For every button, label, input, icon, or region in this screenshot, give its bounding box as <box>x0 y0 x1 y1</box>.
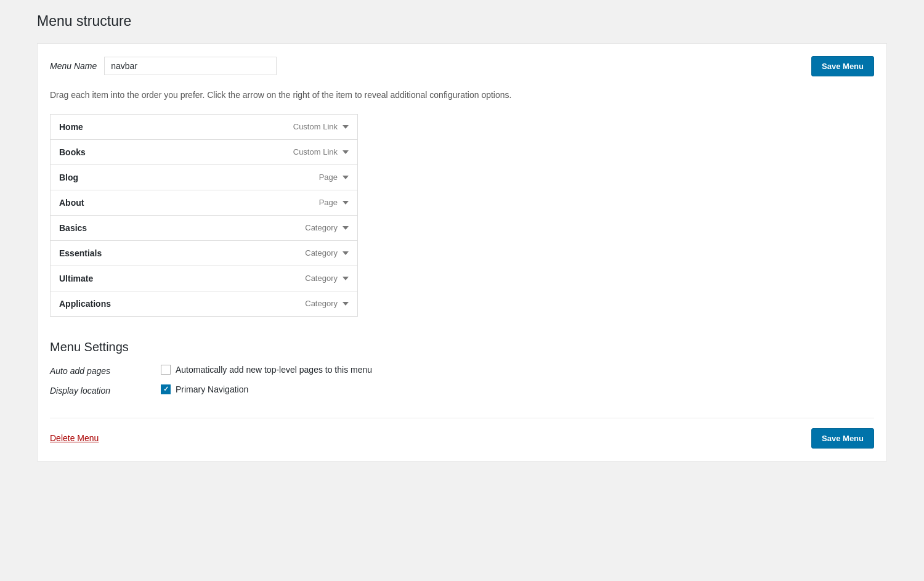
menu-item-right: Category <box>305 299 349 308</box>
menu-item-type: Category <box>305 274 338 283</box>
menu-item-right: Category <box>305 274 349 283</box>
chevron-down-icon[interactable] <box>342 150 349 154</box>
menu-item[interactable]: AboutPage <box>51 190 357 216</box>
chevron-down-icon[interactable] <box>342 226 349 230</box>
menu-item[interactable]: BasicsCategory <box>51 216 357 241</box>
save-menu-button-top[interactable]: Save Menu <box>811 56 874 76</box>
menu-item-type: Category <box>305 248 338 258</box>
save-menu-button-bottom[interactable]: Save Menu <box>811 428 874 449</box>
menu-item-right: Category <box>305 223 349 232</box>
menu-item-right: Custom Link <box>293 147 349 156</box>
page-title: Menu structure <box>37 12 887 31</box>
menu-item-name: Blog <box>59 173 78 182</box>
menu-item-right: Page <box>319 198 349 207</box>
menu-item[interactable]: EssentialsCategory <box>51 241 357 266</box>
menu-item[interactable]: BooksCustom Link <box>51 140 357 165</box>
chevron-down-icon[interactable] <box>342 251 349 255</box>
display-location-text: Primary Navigation <box>176 384 248 394</box>
drag-instruction: Drag each item into the order you prefer… <box>50 89 874 102</box>
chevron-down-icon[interactable] <box>342 277 349 280</box>
chevron-down-icon[interactable] <box>342 176 349 179</box>
auto-add-pages-row: Auto add pages Automatically add new top… <box>50 365 874 376</box>
menu-item-type: Custom Link <box>293 122 338 131</box>
chevron-down-icon[interactable] <box>342 201 349 205</box>
menu-name-input[interactable] <box>104 57 277 75</box>
page-container: Menu structure Menu Name Save Menu Drag … <box>37 12 887 461</box>
menu-item[interactable]: BlogPage <box>51 165 357 190</box>
chevron-down-icon[interactable] <box>342 302 349 306</box>
menu-item-right: Category <box>305 248 349 258</box>
auto-add-checkbox[interactable] <box>161 365 171 375</box>
auto-add-label: Auto add pages <box>50 365 142 376</box>
menu-item-right: Custom Link <box>293 122 349 131</box>
menu-items-list: HomeCustom LinkBooksCustom LinkBlogPageA… <box>50 114 358 317</box>
menu-item-type: Page <box>319 173 338 182</box>
footer-row: Delete Menu Save Menu <box>50 418 874 449</box>
menu-item-name: Essentials <box>59 248 102 258</box>
display-location-checkbox[interactable] <box>161 384 171 394</box>
menu-item-type: Page <box>319 198 338 207</box>
menu-settings-title: Menu Settings <box>50 339 874 355</box>
menu-item-type: Category <box>305 299 338 308</box>
menu-item-name: Home <box>59 122 83 132</box>
menu-name-left: Menu Name <box>50 57 277 75</box>
display-location-label: Display location <box>50 384 142 396</box>
menu-item-name: Basics <box>59 223 87 233</box>
menu-item-name: Ultimate <box>59 274 93 283</box>
menu-item-type: Category <box>305 223 338 232</box>
menu-name-label: Menu Name <box>50 61 97 71</box>
menu-item-name: About <box>59 198 84 208</box>
menu-item[interactable]: UltimateCategory <box>51 266 357 291</box>
menu-item[interactable]: ApplicationsCategory <box>51 291 357 316</box>
menu-item-name: Applications <box>59 299 111 309</box>
chevron-down-icon[interactable] <box>342 125 349 129</box>
menu-item-name: Books <box>59 147 86 157</box>
menu-settings-section: Menu Settings Auto add pages Automatical… <box>50 339 874 396</box>
menu-structure-box: Menu Name Save Menu Drag each item into … <box>37 43 887 461</box>
auto-add-value: Automatically add new top-level pages to… <box>161 365 372 375</box>
auto-add-text: Automatically add new top-level pages to… <box>176 365 372 375</box>
delete-menu-button[interactable]: Delete Menu <box>50 433 99 443</box>
menu-item[interactable]: HomeCustom Link <box>51 115 357 140</box>
menu-item-right: Page <box>319 173 349 182</box>
menu-name-row: Menu Name Save Menu <box>50 56 874 76</box>
display-location-value: Primary Navigation <box>161 384 248 394</box>
display-location-row: Display location Primary Navigation <box>50 384 874 396</box>
menu-item-type: Custom Link <box>293 147 338 156</box>
